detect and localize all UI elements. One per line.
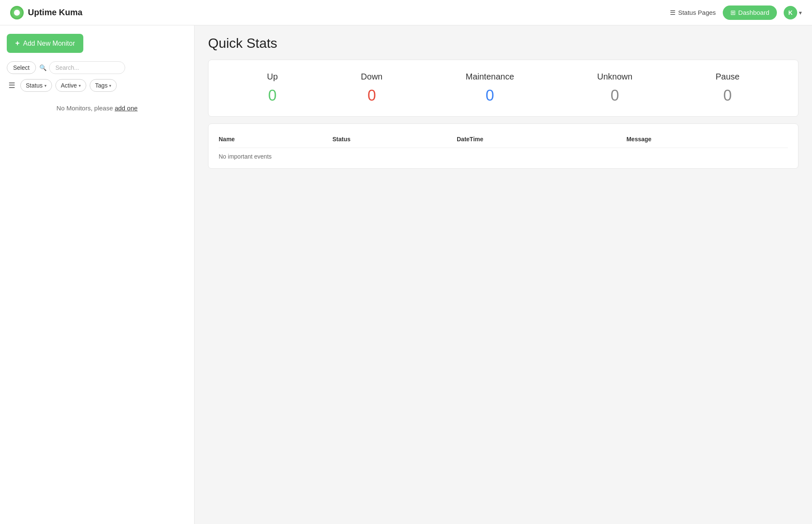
search-icon: 🔍 (39, 64, 47, 71)
plus-icon: + (15, 39, 20, 48)
chevron-down-icon: ▾ (79, 83, 81, 88)
active-filter-button[interactable]: Active ▾ (55, 79, 86, 92)
stat-unknown: Unknown 0 (597, 72, 632, 104)
user-dropdown[interactable]: K ▾ (784, 6, 802, 19)
stat-up-label: Up (267, 72, 278, 82)
filter-tags-bar: ☰ Status ▾ Active ▾ Tags ▾ (7, 79, 187, 92)
search-wrapper: 🔍 (39, 61, 187, 74)
col-name: Name (219, 132, 332, 148)
list-view-button[interactable]: ☰ (7, 79, 17, 92)
status-pages-button[interactable]: ☰ Status Pages (670, 9, 716, 16)
dashboard-button[interactable]: ⊞ Dashboard (723, 5, 777, 20)
stat-pause: Pause 0 (716, 72, 740, 104)
tags-filter-button[interactable]: Tags ▾ (90, 79, 117, 92)
search-input[interactable] (49, 61, 125, 74)
status-filter-button[interactable]: Status ▾ (20, 79, 52, 92)
stats-card: Up 0 Down 0 Maintenance 0 Unknown 0 Paus… (208, 60, 798, 117)
header-right: ☰ Status Pages ⊞ Dashboard K ▾ (670, 5, 802, 20)
table-row: No important events (219, 148, 788, 160)
app-header: Uptime Kuma ☰ Status Pages ⊞ Dashboard K… (0, 0, 812, 25)
stat-down-label: Down (361, 72, 382, 82)
stat-down-value: 0 (361, 87, 382, 104)
quick-stats-title: Quick Stats (208, 36, 798, 51)
add-monitor-button[interactable]: + Add New Monitor (7, 34, 83, 53)
no-monitors-message: No Monitors, please add one (7, 104, 187, 112)
stat-unknown-label: Unknown (597, 72, 632, 82)
sidebar: + Add New Monitor Select 🔍 ☰ Status ▾ Ac… (0, 25, 195, 524)
col-status: Status (332, 132, 457, 148)
stat-unknown-value: 0 (597, 87, 632, 104)
stat-pause-label: Pause (716, 72, 740, 82)
select-button[interactable]: Select (7, 61, 36, 74)
header-left: Uptime Kuma (10, 6, 82, 19)
events-table: Name Status DateTime Message No importan… (219, 132, 788, 160)
stat-down: Down 0 (361, 72, 382, 104)
avatar: K (784, 6, 797, 19)
col-message: Message (626, 132, 788, 148)
stat-up-value: 0 (267, 87, 278, 104)
stat-maintenance: Maintenance 0 (466, 72, 514, 104)
chevron-down-icon: ▾ (109, 83, 111, 88)
app-title: Uptime Kuma (28, 8, 82, 17)
stat-maintenance-value: 0 (466, 87, 514, 104)
hamburger-icon: ☰ (670, 9, 675, 16)
chevron-down-icon: ▾ (799, 9, 802, 16)
stat-up: Up 0 (267, 72, 278, 104)
main-content: Quick Stats Up 0 Down 0 Maintenance 0 Un… (195, 25, 812, 524)
app-logo-icon (10, 6, 24, 19)
stat-maintenance-label: Maintenance (466, 72, 514, 82)
chevron-down-icon: ▾ (44, 83, 47, 88)
col-datetime: DateTime (457, 132, 626, 148)
main-container: + Add New Monitor Select 🔍 ☰ Status ▾ Ac… (0, 25, 812, 524)
stat-pause-value: 0 (716, 87, 740, 104)
events-card: Name Status DateTime Message No importan… (208, 123, 798, 169)
add-one-link[interactable]: add one (115, 104, 137, 112)
no-events-message: No important events (219, 148, 788, 160)
filter-bar: Select 🔍 (7, 61, 187, 74)
dashboard-icon: ⊞ (730, 9, 736, 16)
